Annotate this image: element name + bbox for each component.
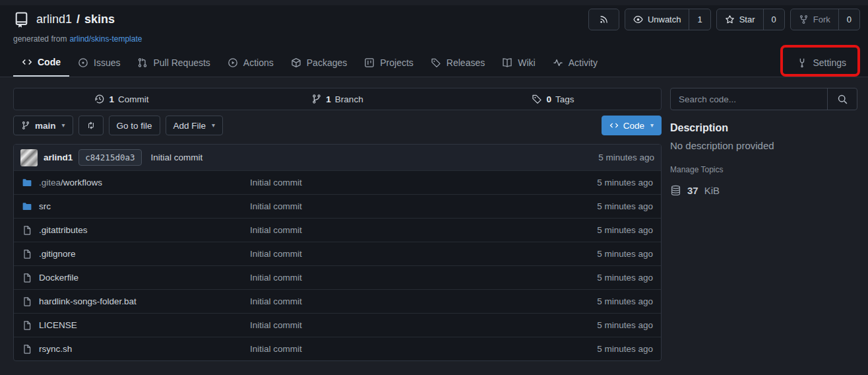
unwatch-label: Unwatch (648, 15, 681, 24)
chevron-down-icon: ▾ (212, 122, 215, 129)
fork-button-group: Fork 0 (790, 9, 860, 30)
tab-packages[interactable]: Packages (282, 49, 356, 77)
file-link[interactable]: rsync.sh (22, 344, 250, 355)
row-commit-time: 5 minutes ago (597, 249, 653, 259)
file-icon (22, 249, 32, 259)
watchers-count[interactable]: 1 (689, 9, 710, 30)
branches-stat[interactable]: 1 Branch (230, 94, 445, 104)
tab-issues[interactable]: Issues (69, 49, 129, 77)
file-link[interactable]: Dockerfile (22, 273, 250, 283)
repo-nav-tabs: Code Issues Pull Requests Actions (13, 49, 855, 77)
code-icon (609, 121, 619, 130)
row-commit-message[interactable]: Initial commit (250, 249, 597, 259)
tab-wiki[interactable]: Wiki (493, 49, 543, 77)
search-icon (837, 94, 848, 105)
star-button[interactable]: Star (717, 9, 763, 30)
file-icon (22, 225, 32, 236)
eye-icon (633, 15, 643, 24)
tab-releases[interactable]: Releases (422, 49, 493, 77)
tab-projects[interactable]: Projects (356, 49, 422, 77)
table-row: .gitea/workflows Initial commit 5 minute… (14, 170, 661, 194)
file-link[interactable]: .gitattributes (22, 225, 250, 236)
rss-icon (589, 9, 619, 30)
commit-message-link[interactable]: Initial commit (151, 153, 203, 162)
tab-actions[interactable]: Actions (219, 49, 282, 77)
add-file-button[interactable]: Add File ▾ (166, 116, 224, 135)
watch-button-group: Unwatch 1 (625, 9, 711, 30)
repo-main-column: 1 Commit 1 Branch 0 Tags (13, 88, 662, 361)
issue-icon (78, 57, 88, 68)
row-commit-time: 5 minutes ago (597, 178, 653, 188)
tags-stat[interactable]: 0 Tags (445, 94, 661, 104)
folder-link[interactable]: src (22, 201, 250, 212)
manage-topics-link[interactable]: Manage Topics (670, 165, 724, 174)
repo-header: arlind1 / skins (0, 5, 868, 77)
row-commit-message[interactable]: Initial commit (250, 320, 597, 330)
tab-settings[interactable]: Settings (788, 49, 855, 77)
repo-owner-link[interactable]: arlind1 (36, 13, 72, 26)
avatar[interactable] (20, 149, 38, 166)
row-commit-time: 5 minutes ago (597, 296, 653, 306)
rss-button[interactable] (588, 9, 619, 30)
settings-tab-wrapper: Settings (788, 49, 855, 77)
file-link[interactable]: .gitignore (22, 249, 250, 259)
table-row: rsync.sh Initial commit 5 minutes ago (14, 337, 661, 360)
code-download-button[interactable]: Code ▾ (602, 116, 662, 135)
search-input[interactable] (671, 88, 827, 110)
star-icon (725, 15, 735, 24)
row-commit-time: 5 minutes ago (597, 201, 653, 211)
fork-button[interactable]: Fork (791, 9, 838, 30)
branch-icon (21, 121, 30, 130)
file-link[interactable]: hardlink-songs-folder.bat (22, 296, 250, 307)
file-link[interactable]: LICENSE (22, 320, 250, 331)
row-commit-time: 5 minutes ago (597, 320, 653, 330)
row-commit-message[interactable]: Initial commit (250, 201, 597, 211)
file-icon (22, 344, 32, 355)
repo-sidebar: Description No description provided Mana… (670, 88, 857, 361)
file-table: arlind1 c84215d0a3 Initial commit 5 minu… (13, 144, 662, 361)
stars-count[interactable]: 0 (763, 9, 784, 30)
database-icon (670, 185, 681, 196)
repo-toolbar: main ▾ Go to file Add File ▾ (13, 116, 662, 135)
row-commit-message[interactable]: Initial commit (250, 273, 597, 283)
activity-icon (553, 57, 563, 68)
commit-hash-link[interactable]: c84215d0a3 (78, 149, 141, 166)
branch-selector[interactable]: main ▾ (13, 116, 73, 135)
repo-size-value: 37 (687, 185, 698, 196)
compare-button[interactable] (78, 116, 104, 135)
package-icon (291, 57, 301, 68)
tab-activity[interactable]: Activity (544, 49, 606, 77)
tag-icon (431, 57, 441, 68)
project-icon (364, 57, 375, 68)
header-action-buttons: Unwatch 1 Star 0 (588, 9, 860, 30)
row-commit-message[interactable]: Initial commit (250, 344, 597, 354)
tab-pull-requests[interactable]: Pull Requests (129, 49, 218, 77)
fork-icon (799, 15, 809, 24)
table-row: Dockerfile Initial commit 5 minutes ago (14, 265, 661, 289)
description-text: No description provided (670, 140, 857, 151)
chevron-down-icon: ▾ (62, 122, 65, 129)
commits-stat[interactable]: 1 Commit (14, 94, 230, 104)
repo-stats-bar: 1 Commit 1 Branch 0 Tags (13, 88, 662, 110)
gitea-repo-page: arlind1 / skins (0, 0, 868, 375)
repo-title-row: arlind1 / skins (13, 5, 855, 33)
commit-time: 5 minutes ago (598, 153, 654, 162)
repo-content: 1 Commit 1 Branch 0 Tags (0, 77, 868, 361)
unwatch-button[interactable]: Unwatch (625, 9, 689, 30)
row-commit-message[interactable]: Initial commit (250, 225, 597, 235)
table-row: .gitattributes Initial commit 5 minutes … (14, 218, 661, 242)
tag-icon (532, 94, 542, 104)
repo-size-unit: KiB (704, 185, 720, 196)
row-commit-message[interactable]: Initial commit (250, 178, 597, 188)
template-repo-link[interactable]: arlind/skins-template (69, 34, 142, 44)
row-commit-message[interactable]: Initial commit (250, 296, 597, 306)
file-icon (22, 273, 32, 283)
forks-count[interactable]: 0 (838, 9, 859, 30)
go-to-file-button[interactable]: Go to file (109, 116, 160, 135)
commit-author-link[interactable]: arlind1 (44, 153, 73, 162)
tab-code[interactable]: Code (13, 49, 69, 77)
repo-name-link[interactable]: skins (84, 13, 115, 26)
folder-link[interactable]: .gitea/workflows (22, 178, 250, 188)
table-row: LICENSE Initial commit 5 minutes ago (14, 313, 661, 337)
search-button[interactable] (827, 88, 857, 110)
